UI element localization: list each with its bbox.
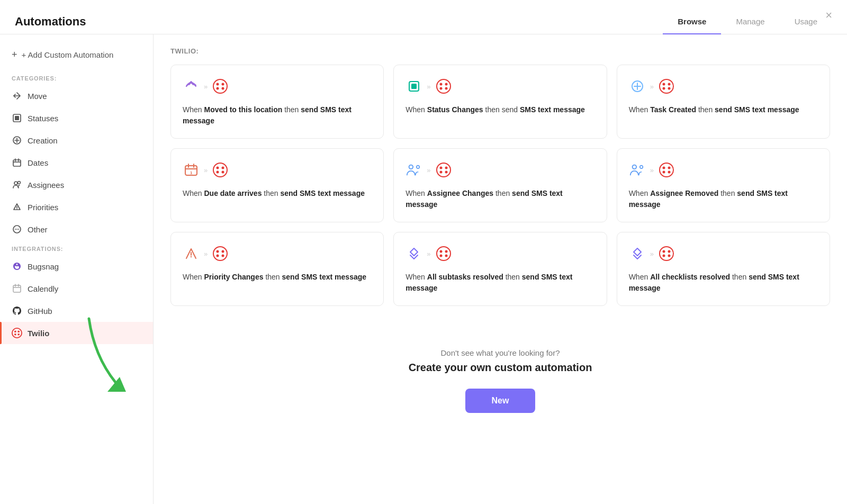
twilio-icon (12, 328, 22, 338)
svg-point-64 (632, 165, 636, 169)
svg-point-38 (445, 87, 447, 90)
card-checklists-resolved[interactable]: » When All c (617, 232, 830, 306)
svg-point-56 (222, 171, 224, 174)
github-icon (12, 305, 22, 316)
tab-manage[interactable]: Manage (721, 10, 779, 34)
card-icons: » (183, 78, 372, 95)
svg-point-68 (668, 167, 670, 169)
tab-usage[interactable]: Usage (780, 10, 832, 34)
svg-rect-1 (15, 116, 19, 120)
svg-point-85 (668, 250, 670, 253)
calendly-icon (12, 283, 22, 294)
card-task-created[interactable]: » When Task (617, 65, 830, 139)
svg-rect-18 (13, 285, 21, 292)
card-arrow: » (204, 166, 208, 174)
svg-point-55 (217, 171, 219, 174)
card-text: When Priority Changes then send SMS text… (183, 272, 372, 283)
svg-point-52 (213, 163, 227, 177)
tab-browse[interactable]: Browse (663, 10, 721, 34)
svg-point-28 (217, 83, 219, 86)
card-due-date[interactable]: 1 » (170, 148, 384, 222)
header: Automations Browse Manage Usage × (0, 0, 847, 34)
svg-rect-5 (13, 160, 21, 166)
card-priority-changes[interactable]: » When Prior (170, 232, 384, 306)
svg-point-22 (12, 328, 22, 338)
add-custom-automation-button[interactable]: + + Add Custom Automation (0, 44, 153, 70)
card-moved-to-location[interactable]: » When Moved (170, 65, 384, 139)
move-icon (12, 91, 22, 101)
sidebar-item-priorities[interactable]: Priorities (0, 196, 153, 218)
svg-point-81 (439, 255, 442, 257)
twilio-action-icon (435, 78, 452, 95)
card-text: When Assignee Removed then send SMS text… (629, 188, 818, 210)
svg-point-79 (439, 250, 442, 253)
section-label: TWILIO: (170, 47, 830, 55)
svg-point-42 (660, 79, 673, 93)
new-button[interactable]: New (465, 389, 536, 413)
close-button[interactable]: × (825, 10, 832, 21)
svg-point-23 (14, 330, 16, 332)
svg-point-61 (445, 167, 447, 169)
card-text: When Due date arrives then send SMS text… (183, 188, 372, 199)
cta-main-text: Create your own custom automation (181, 362, 819, 374)
svg-point-27 (213, 79, 227, 93)
sidebar-item-github[interactable]: GitHub (0, 300, 153, 322)
svg-point-77 (222, 255, 224, 257)
categories-label: CATEGORIES: (0, 70, 153, 85)
card-assignee-removed[interactable]: » When Assig (617, 148, 830, 222)
svg-point-70 (668, 171, 670, 174)
svg-point-30 (217, 87, 219, 90)
svg-point-62 (439, 171, 442, 174)
sidebar-item-creation[interactable]: Creation (0, 129, 153, 151)
svg-point-13 (16, 209, 17, 210)
svg-point-10 (18, 182, 21, 184)
body: + + Add Custom Automation CATEGORIES: Mo… (0, 34, 847, 504)
svg-point-87 (668, 255, 670, 257)
svg-point-72 (191, 256, 192, 257)
svg-point-17 (18, 229, 19, 230)
svg-point-25 (14, 334, 16, 336)
sidebar-item-move[interactable]: Move (0, 85, 153, 107)
sidebar-item-bugsnag[interactable]: Bugsnag (0, 255, 153, 277)
card-assignee-changes[interactable]: » When Assig (393, 148, 607, 222)
svg-point-66 (660, 163, 673, 177)
sidebar-item-assignees[interactable]: Assignees (0, 174, 153, 196)
twilio-action-icon (658, 161, 675, 178)
svg-point-75 (222, 250, 224, 253)
sidebar-item-twilio[interactable]: Twilio (0, 322, 153, 344)
subtask-trigger-icon (406, 245, 422, 262)
card-status-changes[interactable]: » When Statu (393, 65, 607, 139)
status-trigger-icon (406, 78, 422, 95)
cards-grid: » When Moved (170, 65, 830, 306)
date-trigger-icon: 1 (183, 161, 200, 178)
sidebar-item-statuses[interactable]: Statuses (0, 107, 153, 129)
card-icons: » (629, 78, 818, 95)
plus-icon: + (12, 49, 17, 60)
creation-icon (12, 135, 22, 146)
svg-point-26 (17, 334, 20, 336)
card-icons: » (406, 245, 594, 262)
svg-point-82 (445, 255, 447, 257)
svg-point-74 (217, 250, 219, 253)
card-arrow: » (650, 166, 654, 174)
card-arrow: » (427, 250, 430, 258)
svg-point-16 (16, 229, 17, 230)
svg-point-78 (437, 247, 450, 260)
dates-icon (12, 157, 22, 168)
card-icons: » (629, 245, 818, 262)
card-subtasks-resolved[interactable]: » When All s (393, 232, 607, 306)
svg-point-53 (217, 167, 219, 169)
sidebar-item-calendly[interactable]: Calendly (0, 277, 153, 300)
svg-point-60 (439, 167, 442, 169)
sidebar-item-other[interactable]: Other (0, 218, 153, 240)
twilio-action-icon (212, 245, 229, 262)
creation-trigger-icon (629, 78, 646, 95)
card-icons: 1 » (183, 161, 372, 178)
page-title: Automations (15, 15, 86, 29)
svg-point-34 (437, 79, 450, 93)
card-arrow: » (427, 166, 430, 174)
svg-rect-33 (411, 84, 417, 89)
svg-point-43 (662, 83, 665, 86)
sidebar-item-dates[interactable]: Dates (0, 151, 153, 174)
twilio-action-icon (658, 245, 675, 262)
